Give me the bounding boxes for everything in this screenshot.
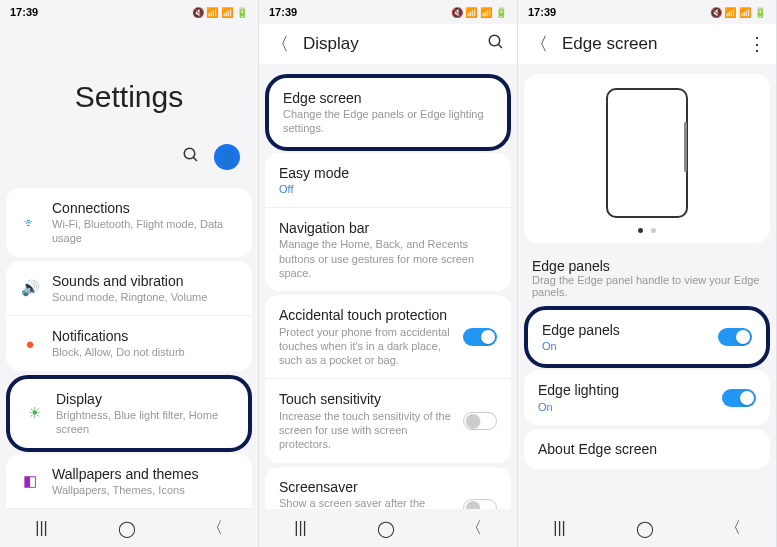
item-sub: Change the Edge panels or Edge lighting …	[283, 107, 493, 136]
status-bar: 17:39 🔇 📶 📶 🔋	[259, 0, 517, 24]
item-sub: Increase the touch sensitivity of the sc…	[279, 409, 451, 452]
edge-item-panels[interactable]: Edge panelsOn	[528, 310, 766, 364]
back-icon[interactable]: 〈	[530, 32, 548, 56]
toggle[interactable]	[463, 328, 497, 346]
svg-point-0	[184, 148, 195, 159]
item-sub: Protect your phone from accidental touch…	[279, 325, 451, 368]
phone-mockup	[606, 88, 688, 218]
item-label: Display	[56, 390, 234, 408]
sound-icon: 🔊	[20, 278, 40, 298]
item-sub: Off	[279, 182, 497, 196]
settings-item-wallpapers[interactable]: ◧ Wallpapers and themesWallpapers, Theme…	[6, 454, 252, 509]
home-button[interactable]: ◯	[118, 519, 136, 538]
item-sub: Wi-Fi, Bluetooth, Flight mode, Data usag…	[52, 217, 238, 246]
display-item-easy-mode[interactable]: Easy modeOff	[265, 153, 511, 208]
recents-button[interactable]: |||	[35, 519, 47, 537]
item-label: About Edge screen	[538, 440, 756, 458]
page-title: Edge screen	[562, 34, 734, 54]
item-label: Sounds and vibration	[52, 272, 238, 290]
item-label: Connections	[52, 199, 238, 217]
display-item-edge-screen[interactable]: Edge screenChange the Edge panels or Edg…	[269, 78, 507, 147]
settings-item-connections[interactable]: ᯤ ConnectionsWi-Fi, Bluetooth, Flight mo…	[6, 188, 252, 257]
display-item-touch-sensitivity[interactable]: Touch sensitivityIncrease the touch sens…	[265, 379, 511, 462]
back-button[interactable]: 〈	[207, 518, 223, 539]
nav-bar: ||| ◯ 〈	[259, 509, 517, 547]
recents-button[interactable]: |||	[294, 519, 306, 537]
clock: 17:39	[269, 6, 297, 18]
wifi-icon: ᯤ	[20, 212, 40, 232]
item-label: Touch sensitivity	[279, 390, 451, 408]
status-icons: 🔇 📶 📶 🔋	[192, 7, 248, 18]
settings-item-display[interactable]: ☀ DisplayBrightness, Blue light filter, …	[10, 379, 248, 448]
svg-line-3	[498, 44, 502, 48]
avatar[interactable]: 👤	[214, 144, 240, 170]
item-label: Edge lighting	[538, 381, 710, 399]
status-icons: 🔇 📶 📶 🔋	[710, 7, 766, 18]
status-icons: 🔇 📶 📶 🔋	[451, 7, 507, 18]
item-sub: On	[542, 339, 706, 353]
item-sub: Block, Allow, Do not disturb	[52, 345, 238, 359]
item-label: Easy mode	[279, 164, 497, 182]
edge-item-about[interactable]: About Edge screen	[524, 429, 770, 469]
wallpaper-icon: ◧	[20, 471, 40, 491]
item-sub: Brightness, Blue light filter, Home scre…	[56, 408, 234, 437]
item-label: Notifications	[52, 327, 238, 345]
settings-item-notifications[interactable]: ● NotificationsBlock, Allow, Do not dist…	[6, 316, 252, 370]
clock: 17:39	[10, 6, 38, 18]
home-button[interactable]: ◯	[636, 519, 654, 538]
search-icon[interactable]	[487, 33, 505, 55]
clock: 17:39	[528, 6, 556, 18]
display-icon: ☀	[24, 403, 44, 423]
page-title: Settings	[0, 24, 258, 144]
item-sub: Wallpapers, Themes, Icons	[52, 483, 238, 497]
status-bar: 17:39 🔇 📶 📶 🔋	[0, 0, 258, 24]
edge-item-lighting[interactable]: Edge lightingOn	[524, 370, 770, 424]
page-dots	[524, 224, 770, 243]
display-item-accidental-touch[interactable]: Accidental touch protectionProtect your …	[265, 295, 511, 379]
back-icon[interactable]: 〈	[271, 32, 289, 56]
recents-button[interactable]: |||	[553, 519, 565, 537]
page-title: Display	[303, 34, 473, 54]
status-bar: 17:39 🔇 📶 📶 🔋	[518, 0, 776, 24]
item-sub: On	[538, 400, 710, 414]
svg-point-2	[489, 35, 500, 46]
edge-panels-header: Edge panels Drag the Edge panel handle t…	[518, 247, 776, 302]
item-label: Accidental touch protection	[279, 306, 451, 324]
item-label: Wallpapers and themes	[52, 465, 238, 483]
section-sub: Drag the Edge panel handle to view your …	[532, 274, 762, 298]
item-sub: Sound mode, Ringtone, Volume	[52, 290, 238, 304]
display-item-navigation-bar[interactable]: Navigation barManage the Home, Back, and…	[265, 208, 511, 291]
item-label: Screensaver	[279, 478, 451, 496]
item-label: Edge panels	[542, 321, 706, 339]
toggle[interactable]	[718, 328, 752, 346]
nav-bar: ||| ◯ 〈	[518, 509, 776, 547]
back-button[interactable]: 〈	[466, 518, 482, 539]
svg-line-1	[193, 157, 197, 161]
nav-bar: ||| ◯ 〈	[0, 509, 258, 547]
notif-icon: ●	[20, 334, 40, 354]
home-button[interactable]: ◯	[377, 519, 395, 538]
toggle[interactable]	[463, 412, 497, 430]
item-label: Edge screen	[283, 89, 493, 107]
section-label: Edge panels	[532, 258, 762, 274]
settings-item-sounds[interactable]: 🔊 Sounds and vibrationSound mode, Ringto…	[6, 261, 252, 316]
toggle[interactable]	[722, 389, 756, 407]
search-icon[interactable]	[182, 146, 200, 168]
back-button[interactable]: 〈	[725, 518, 741, 539]
item-sub: Manage the Home, Back, and Recents butto…	[279, 237, 497, 280]
item-label: Navigation bar	[279, 219, 497, 237]
more-icon[interactable]: ⋮	[748, 33, 764, 55]
